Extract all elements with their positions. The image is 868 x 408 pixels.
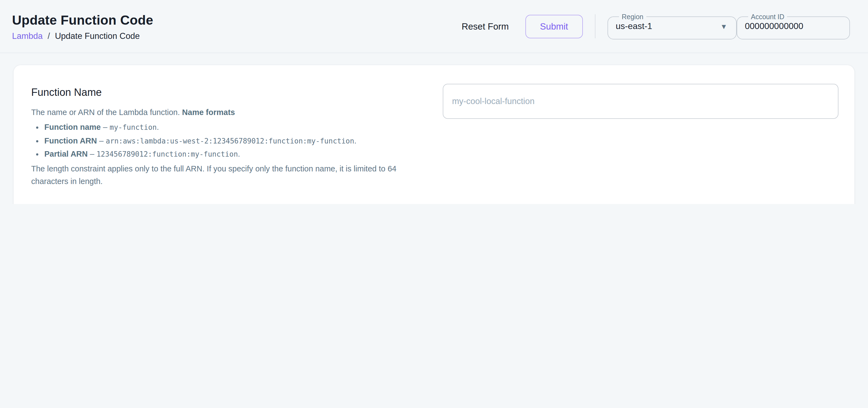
function-name-input-col — [443, 84, 838, 119]
region-select[interactable]: Region us-east-1 ▼ — [608, 13, 737, 39]
list-item: Function name – my-function. — [44, 120, 421, 134]
header-divider — [595, 14, 595, 38]
form-card: Function Name The name or ARN of the Lam… — [13, 65, 855, 204]
main-content: Function Name The name or ARN of the Lam… — [0, 53, 868, 204]
region-value: us-east-1 — [616, 21, 652, 31]
function-name-heading: Function Name — [31, 86, 421, 99]
reset-form-button[interactable]: Reset Form — [454, 16, 516, 37]
function-name-info: Function Name The name or ARN of the Lam… — [31, 84, 421, 188]
page: Update Function Code Lambda / Update Fun… — [0, 0, 868, 204]
chevron-down-icon: ▼ — [720, 22, 727, 30]
breadcrumb-lambda-link[interactable]: Lambda — [12, 31, 43, 41]
breadcrumb: Lambda / Update Function Code — [12, 31, 153, 41]
account-id-field[interactable]: Account ID 000000000000 — [737, 13, 850, 39]
function-name-outro: The length constraint applies only to th… — [31, 163, 421, 188]
header-actions: Reset Form Submit Region us-east-1 ▼ Acc… — [454, 0, 850, 53]
header-title-block: Update Function Code Lambda / Update Fun… — [0, 11, 153, 41]
page-header: Update Function Code Lambda / Update Fun… — [0, 0, 868, 53]
page-title: Update Function Code — [12, 12, 153, 28]
function-name-input[interactable] — [443, 84, 838, 119]
breadcrumb-separator: / — [48, 31, 50, 41]
function-name-intro: The name or ARN of the Lambda function. … — [31, 106, 421, 119]
region-label: Region — [619, 13, 646, 20]
breadcrumb-current: Update Function Code — [55, 31, 140, 41]
list-item: Function ARN – arn:aws:lambda:us-west-2:… — [44, 134, 421, 148]
name-format-list: Function name – my-function. Function AR… — [31, 120, 421, 161]
account-id-label: Account ID — [748, 13, 787, 20]
submit-button[interactable]: Submit — [525, 14, 583, 38]
function-name-section: Function Name The name or ARN of the Lam… — [31, 84, 837, 188]
list-item: Partial ARN – 123456789012:function:my-f… — [44, 148, 421, 161]
account-id-value: 000000000000 — [745, 21, 803, 31]
